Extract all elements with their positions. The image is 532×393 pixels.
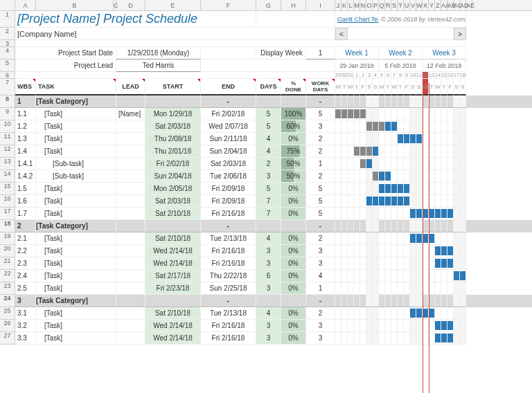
col-header-AD[interactable]: AD (460, 0, 466, 10)
cell-task[interactable]: [Sub-task] (36, 158, 116, 170)
cell-end[interactable]: Sat 2/03/18 (201, 158, 256, 170)
cell-start[interactable]: Wed 2/14/18 (145, 320, 201, 332)
cell-end[interactable]: Thu 2/22/18 (201, 270, 256, 282)
col-header-AB[interactable]: AB (447, 0, 454, 10)
cell-days[interactable] (256, 95, 281, 108)
cell-wbs[interactable]: 2.2 (15, 245, 36, 257)
hdr-work[interactable]: WORKDAYS (306, 79, 335, 95)
company-name[interactable]: [Company Name] (15, 28, 335, 40)
col-header-J[interactable]: J (335, 0, 342, 10)
cell-task[interactable]: [Task] (36, 183, 116, 195)
cell-days[interactable]: 3 (256, 282, 281, 295)
col-header-D[interactable]: D (116, 0, 145, 10)
cell-pct[interactable]: 0% (281, 270, 306, 282)
cell-task[interactable]: [Task] (36, 120, 116, 133)
cell-pct[interactable]: 50% (281, 158, 306, 170)
cell-lead[interactable] (116, 170, 145, 183)
cell-start[interactable]: Wed 2/14/18 (145, 332, 201, 345)
cell-start[interactable] (145, 220, 201, 232)
cell-work[interactable]: 5 (306, 183, 335, 195)
table-row[interactable]: 161.6[Task]Sat 2/03/18Fri 2/09/1870%5 (0, 195, 532, 208)
cell-pct[interactable]: 0% (281, 208, 306, 220)
table-row[interactable]: 131.4.1[Sub-task]Fri 2/02/18Sat 2/03/182… (0, 158, 532, 170)
cell-wbs[interactable]: 1 (15, 95, 36, 108)
cell-work[interactable]: - (306, 295, 335, 307)
cell-work[interactable]: 3 (306, 320, 335, 332)
cell-work[interactable]: 2 (306, 170, 335, 183)
cell-pct[interactable]: 0% (281, 133, 306, 145)
cell-work[interactable]: 2 (306, 307, 335, 320)
table-row[interactable]: 243[Task Category]-- (0, 295, 532, 307)
cell-task[interactable]: [Task] (36, 145, 116, 158)
cell-work[interactable]: 2 (306, 133, 335, 145)
cell-wbs[interactable]: 1.6 (15, 195, 36, 208)
cell-task[interactable]: [Task] (36, 257, 116, 270)
cell-days[interactable]: 4 (256, 307, 281, 320)
nav-prev-button[interactable]: < (335, 28, 348, 40)
cell-wbs[interactable]: 1.4.1 (15, 158, 36, 170)
cell-start[interactable]: Fri 2/02/18 (145, 158, 201, 170)
cell-lead[interactable] (116, 95, 145, 108)
table-row[interactable]: 111.3[Task]Thu 2/08/18Sun 2/11/1840%2 (0, 133, 532, 145)
cell-pct[interactable]: 0% (281, 320, 306, 332)
table-row[interactable]: 91.1[Task][Name]Mon 1/29/18Fri 2/02/1851… (0, 108, 532, 120)
cell-work[interactable]: 5 (306, 208, 335, 220)
cell-wbs[interactable]: 2.4 (15, 270, 36, 282)
hdr-start[interactable]: START (145, 79, 201, 95)
table-row[interactable]: 202.2[Task]Wed 2/14/18Fri 2/16/1830%3 (0, 245, 532, 257)
cell-task[interactable]: [Task] (36, 195, 116, 208)
cell-start[interactable]: Sat 2/10/18 (145, 232, 201, 245)
cell-lead[interactable] (116, 208, 145, 220)
cell-start[interactable]: Sat 2/10/18 (145, 307, 201, 320)
template-link[interactable]: Gantt Chart Template (335, 11, 379, 28)
row-header[interactable]: 1 (0, 11, 15, 28)
col-header-N[interactable]: N (360, 0, 366, 10)
cell-end[interactable]: Fri 2/16/18 (201, 332, 256, 345)
cell-pct[interactable]: 0% (281, 232, 306, 245)
cell-end[interactable]: Sun 2/25/18 (201, 282, 256, 295)
col-header-H[interactable]: H (281, 0, 306, 10)
cell-lead[interactable] (116, 270, 145, 282)
start-date-value[interactable]: 1/29/2018 (Monday) (116, 47, 201, 60)
col-header-A[interactable]: A (15, 0, 36, 10)
col-header-L[interactable]: L (348, 0, 354, 10)
cell-work[interactable]: 2 (306, 232, 335, 245)
col-header-T[interactable]: T (398, 0, 404, 10)
cell-end[interactable]: Fri 2/16/18 (201, 245, 256, 257)
cell-work[interactable]: 5 (306, 108, 335, 120)
cell-start[interactable]: Thu 2/08/18 (145, 133, 201, 145)
col-header-I[interactable]: I (306, 0, 335, 10)
cell-lead[interactable]: [Name] (116, 108, 145, 120)
hdr-end[interactable]: END (201, 79, 256, 95)
cell-end[interactable]: Sun 2/11/18 (201, 133, 256, 145)
cell-lead[interactable] (116, 195, 145, 208)
cell-lead[interactable] (116, 145, 145, 158)
table-row[interactable]: 222.4[Task]Sat 2/17/18Thu 2/22/1860%4 (0, 270, 532, 282)
cell-days[interactable]: 4 (256, 145, 281, 158)
cell-end[interactable]: - (201, 95, 256, 108)
cell-end[interactable]: Fri 2/16/18 (201, 208, 256, 220)
cell-end[interactable]: - (201, 295, 256, 307)
cell-start[interactable] (145, 95, 201, 108)
cell-task[interactable]: [Task] (36, 208, 116, 220)
cell-pct[interactable]: 0% (281, 332, 306, 345)
cell-wbs[interactable]: 1.2 (15, 120, 36, 133)
cell-lead[interactable] (116, 245, 145, 257)
cell-days[interactable]: 7 (256, 208, 281, 220)
table-row[interactable]: 273.3[Task]Wed 2/14/18Fri 2/16/1830%3 (0, 332, 532, 345)
col-header-R[interactable]: R (385, 0, 391, 10)
cell-start[interactable]: Mon 1/29/18 (145, 108, 201, 120)
cell-end[interactable]: Fri 2/16/18 (201, 320, 256, 332)
cell-lead[interactable] (116, 120, 145, 133)
cell-days[interactable] (256, 220, 281, 232)
cell-wbs[interactable]: 1.4.2 (15, 170, 36, 183)
col-header-G[interactable]: G (256, 0, 281, 10)
cell-start[interactable]: Sat 2/10/18 (145, 208, 201, 220)
cell-work[interactable]: - (306, 95, 335, 108)
cell-task[interactable]: [Task Category] (36, 220, 116, 232)
hdr-pct[interactable]: %DONE (281, 79, 306, 95)
cell-wbs[interactable]: 3 (15, 295, 36, 307)
col-header-B[interactable]: B (36, 0, 114, 10)
cell-days[interactable]: 4 (256, 232, 281, 245)
cell-work[interactable]: 3 (306, 245, 335, 257)
